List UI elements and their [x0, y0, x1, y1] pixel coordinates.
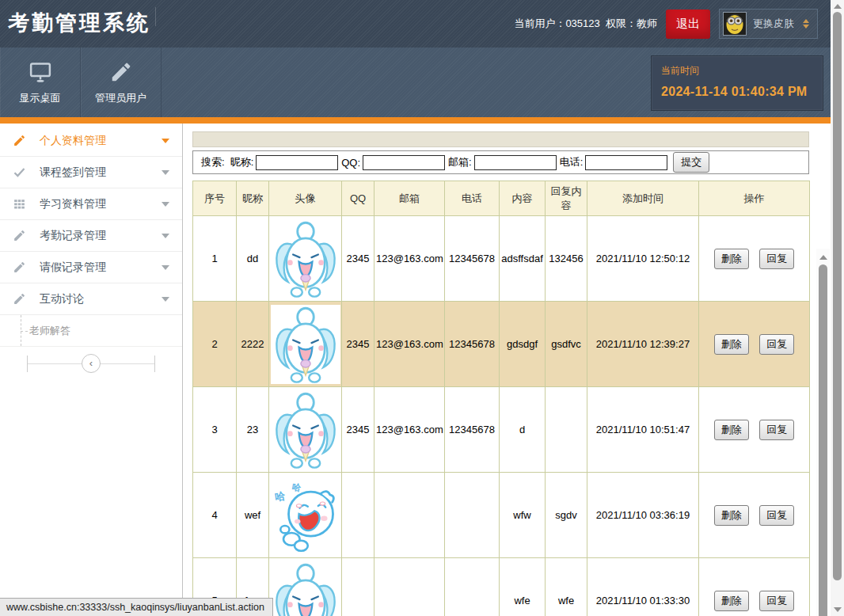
toolbar-item-label: 显示桌面: [20, 91, 61, 105]
sidebar-submenu: 老师解答: [0, 315, 182, 347]
toolbar-item-show-desktop[interactable]: 显示桌面: [0, 48, 81, 117]
sidebar-item-personal-profile[interactable]: 个人资料管理: [0, 125, 182, 157]
cell-qq: [342, 473, 374, 558]
permission-label: 权限：: [606, 17, 637, 29]
records-table: 序号昵称头像QQ邮箱电话内容回复内容添加时间操作 1 dd 2345 123@1…: [192, 181, 810, 616]
reply-button[interactable]: 回复: [759, 591, 794, 611]
delete-button[interactable]: 删除: [714, 334, 749, 355]
cell-time: 2021/11/10 03:36:19: [587, 473, 699, 558]
cell-avatar: [269, 216, 342, 302]
column-header-9: 操作: [699, 181, 810, 216]
sidebar-item-label: 学习资料管理: [40, 197, 106, 211]
cell-no: 2: [193, 302, 237, 387]
sidebar-collapse-button[interactable]: ‹: [82, 354, 101, 373]
current-time-panel: 当前时间 2024-11-14 01:40:34 PM: [651, 55, 823, 111]
delete-button[interactable]: 删除: [714, 420, 749, 440]
page-title: 考勤管理系统: [8, 9, 150, 37]
chevron-down-icon: [162, 234, 169, 238]
table-row: 3 23 2345 123@163.com 12345678 d 2021/11…: [193, 387, 810, 473]
browser-scroll-up-arrow-icon[interactable]: [834, 4, 842, 9]
delete-button[interactable]: 删除: [714, 591, 749, 611]
search-input-phone[interactable]: [585, 155, 667, 170]
cell-phone: [445, 558, 500, 616]
current-time-value: 2024-11-14 01:40:34 PM: [661, 85, 813, 99]
chevron-down-icon: [162, 297, 169, 302]
cell-reply: wfe: [546, 558, 587, 616]
content-scrollbar-thumb[interactable]: [819, 264, 827, 616]
skin-avatar-minion-icon: [724, 13, 746, 35]
sidebar: 个人资料管理 课程签到管理 学习资料管理 考勤记录管理 请假记录管理 互动讨论 …: [0, 124, 183, 616]
delete-button[interactable]: 删除: [714, 505, 749, 526]
cell-qq: 2345: [342, 387, 374, 473]
search-field-label-email: 邮箱:: [448, 155, 472, 169]
cell-content: d: [500, 387, 546, 473]
cell-actions: 删除 回复: [699, 387, 810, 473]
search-input-email[interactable]: [474, 155, 557, 170]
sidebar-item-course-signin[interactable]: 课程签到管理: [0, 157, 182, 188]
sidebar-item-discussion[interactable]: 互动讨论: [0, 283, 182, 315]
cell-reply: [546, 387, 587, 473]
column-header-4: 邮箱: [374, 181, 445, 216]
avatar-laughing-image: [272, 477, 339, 554]
avatar-crying-image: [272, 306, 339, 383]
toolbar-items: 显示桌面 管理员用户: [0, 48, 162, 117]
cell-nick: wef: [237, 473, 269, 558]
cell-no: 4: [193, 473, 237, 558]
pencil-icon: [13, 292, 26, 306]
sidebar-subitem-teacher-answer[interactable]: 老师解答: [0, 315, 182, 347]
skin-spinner-arrows-icon[interactable]: [803, 19, 809, 29]
sidebar-menu: 个人资料管理 课程签到管理 学习资料管理 考勤记录管理 请假记录管理 互动讨论: [0, 125, 182, 315]
table-row: 2 2222 2345 123@163.com 12345678 gdsdgf …: [193, 302, 810, 387]
browser-scrollbar[interactable]: [831, 0, 844, 616]
column-header-0: 序号: [193, 181, 237, 216]
pencil-icon: [13, 134, 26, 147]
attendance-management-app: 考勤管理系统 当前用户：035123 权限：教师 退出 更换皮肤 显示桌面 管理…: [0, 0, 844, 616]
cell-phone: 12345678: [445, 216, 500, 302]
sidebar-item-label: 请假记录管理: [40, 260, 106, 275]
accent-strip: [0, 117, 831, 124]
search-input-nick[interactable]: [256, 155, 338, 170]
monitor-icon: [29, 60, 52, 84]
cell-email: [374, 558, 445, 616]
cell-email: 123@163.com: [374, 302, 445, 387]
cell-phone: [445, 473, 500, 558]
toolbar-item-label: 管理员用户: [95, 91, 146, 105]
cell-actions: 删除 回复: [699, 473, 810, 558]
pencil-icon: [13, 260, 26, 274]
cell-phone: 12345678: [445, 387, 500, 473]
sidebar-item-leave-records[interactable]: 请假记录管理: [0, 252, 182, 283]
cell-email: [374, 473, 445, 558]
toolbar-item-admin-user[interactable]: 管理员用户: [81, 48, 162, 117]
reply-button[interactable]: 回复: [759, 334, 794, 355]
search-panel: 搜索: 昵称: QQ: 邮箱: 电话: 提交: [192, 150, 809, 174]
column-header-1: 昵称: [237, 181, 269, 216]
logout-button[interactable]: 退出: [666, 10, 710, 39]
content-top-strip: [192, 131, 809, 147]
sidebar-item-attendance-records[interactable]: 考勤记录管理: [0, 220, 182, 252]
browser-scrollbar-thumb[interactable]: [833, 12, 842, 580]
delete-button[interactable]: 删除: [714, 249, 749, 269]
cell-no: 3: [193, 387, 237, 473]
cell-actions: 删除 回复: [699, 558, 810, 616]
content-scroll-up-arrow-icon[interactable]: [819, 255, 827, 260]
current-time-label: 当前时间: [661, 64, 813, 78]
check-icon: [13, 165, 26, 179]
current-user-value: 035123: [565, 17, 599, 29]
change-skin-control[interactable]: 更换皮肤: [719, 9, 818, 39]
sidebar-item-label: 互动讨论: [40, 292, 84, 306]
reply-button[interactable]: 回复: [759, 249, 794, 269]
avatar-crying-image: [272, 562, 339, 616]
table-row: 5 few wfe wfe 2021/11/10 01:33:30 删除 回复: [193, 558, 810, 616]
cell-qq: [342, 558, 374, 616]
cell-time: 2021/11/10 12:50:12: [587, 216, 699, 302]
browser-scroll-down-arrow-icon[interactable]: [834, 607, 842, 612]
submit-button[interactable]: 提交: [673, 152, 709, 173]
reply-button[interactable]: 回复: [759, 420, 794, 440]
sidebar-item-study-material[interactable]: 学习资料管理: [0, 188, 182, 220]
column-header-2: 头像: [269, 181, 342, 216]
cell-qq: 2345: [342, 216, 374, 302]
content-scrollbar[interactable]: [816, 249, 830, 616]
current-user-info: 当前用户：035123 权限：教师: [514, 17, 657, 31]
search-input-qq[interactable]: [363, 155, 445, 170]
reply-button[interactable]: 回复: [759, 505, 794, 526]
